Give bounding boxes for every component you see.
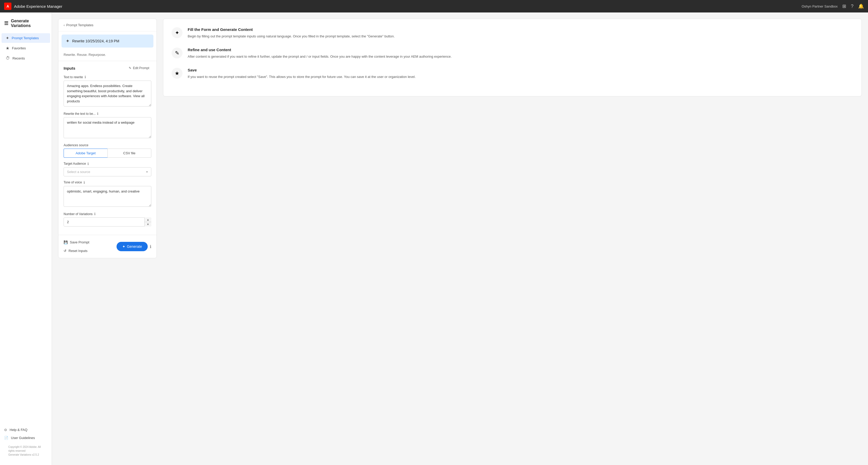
sidebar-item-favorites[interactable]: ★ Favorites xyxy=(2,43,50,53)
fill-form-icon: ✦ xyxy=(172,27,183,38)
content-area: ‹ Prompt Templates ✦ Rewrite 10/25/2024,… xyxy=(52,12,868,465)
generate-button[interactable]: ✦ Generate xyxy=(117,242,148,251)
top-nav-left: A Adobe Experience Manager xyxy=(4,3,62,10)
reset-icon: ↺ xyxy=(64,249,66,253)
tone-of-voice-label: Tone of voice ℹ xyxy=(64,180,151,184)
target-audience-placeholder: Select a source xyxy=(67,170,90,174)
prompt-header: ✦ Rewrite 10/25/2024, 4:19 PM xyxy=(62,34,153,48)
inputs-section: Inputs ✎ Edit Prompt Text to rewrite ℹ A… xyxy=(58,61,157,235)
top-nav-right: Oshyn Partner Sandbox ⊞ ? 🔔 xyxy=(802,3,864,9)
number-of-variations-label: Number of Variations ℹ xyxy=(64,212,151,216)
right-panel: ✦ Fill the Form and Generate Content Beg… xyxy=(163,19,862,96)
spinner-up-button[interactable]: ▲ xyxy=(145,217,151,222)
reset-inputs-label: Reset Inputs xyxy=(68,249,88,253)
adobe-target-button[interactable]: Adobe Target xyxy=(64,149,107,158)
number-spinners: ▲ ▼ xyxy=(144,217,151,227)
sidebar: ☰ Generate Variations ✦ Prompt Templates… xyxy=(0,12,52,465)
info-card-fill-form: ✦ Fill the Form and Generate Content Beg… xyxy=(172,27,853,39)
number-of-variations-info-icon[interactable]: ℹ xyxy=(94,212,95,216)
text-to-rewrite-textarea[interactable]: Amazing apps. Endless possibilities. Cre… xyxy=(64,81,151,107)
target-audience-label: Target Audience ℹ xyxy=(64,162,151,166)
back-nav-label: Prompt Templates xyxy=(66,23,93,27)
sidebar-item-help-faq[interactable]: ⊙ Help & FAQ xyxy=(4,426,48,434)
audiences-source-field: Audiences source Adobe Target CSV file xyxy=(64,143,151,158)
save-icon: 💾 xyxy=(64,240,68,244)
refine-title: Refine and use Content xyxy=(188,48,452,52)
sidebar-item-user-guidelines[interactable]: 📄 User Guidelines xyxy=(4,434,48,442)
copyright-text: Copyright © 2024 Adobe. All rights reser… xyxy=(4,442,48,457)
sidebar-item-recents[interactable]: ⏱ Recents xyxy=(2,54,50,63)
rewrite-text-label: Rewrite the text to be... ℹ xyxy=(64,112,151,116)
csv-file-button[interactable]: CSV file xyxy=(107,149,152,158)
save-prompt-button[interactable]: 💾 Save Prompt xyxy=(64,239,89,245)
save-desc: If you want to reuse the prompt created … xyxy=(188,74,415,80)
grid-icon[interactable]: ⊞ xyxy=(842,3,846,9)
fill-form-content: Fill the Form and Generate Content Begin… xyxy=(188,27,395,39)
sidebar-label-recents: Recents xyxy=(12,56,25,60)
number-of-variations-input[interactable] xyxy=(64,217,151,227)
sidebar-bottom: ⊙ Help & FAQ 📄 User Guidelines Copyright… xyxy=(0,422,52,461)
spinner-down-button[interactable]: ▼ xyxy=(145,222,151,227)
sidebar-nav: ✦ Prompt Templates ★ Favorites ⏱ Recents xyxy=(0,33,52,422)
back-nav[interactable]: ‹ Prompt Templates xyxy=(58,19,157,31)
inputs-title: Inputs xyxy=(64,66,75,70)
adobe-logo: A xyxy=(4,3,11,10)
footer-left-actions: 💾 Save Prompt ↺ Reset Inputs xyxy=(64,239,89,254)
help-circle-icon: ⊙ xyxy=(4,428,7,432)
sidebar-label-favorites: Favorites xyxy=(12,46,26,50)
rewrite-text-field: Rewrite the text to be... ℹ written for … xyxy=(64,112,151,139)
audiences-source-label: Audiences source xyxy=(64,143,151,147)
text-to-rewrite-info-icon[interactable]: ℹ xyxy=(85,75,86,79)
refine-content: Refine and use Content After content is … xyxy=(188,48,452,59)
inputs-header: Inputs ✎ Edit Prompt xyxy=(64,65,151,71)
target-audience-info-icon[interactable]: ℹ xyxy=(88,162,89,166)
bell-icon[interactable]: 🔔 xyxy=(858,3,864,9)
sidebar-header: ☰ Generate Variations xyxy=(0,17,52,33)
user-guidelines-label: User Guidelines xyxy=(11,436,35,440)
sidebar-label-prompt-templates: Prompt Templates xyxy=(12,36,39,40)
prompt-subtitle: Rewrite. Reuse. Repurpose. xyxy=(58,51,157,61)
panel-footer: 💾 Save Prompt ↺ Reset Inputs ✦ Generate … xyxy=(58,235,157,258)
edit-prompt-button[interactable]: ✎ Edit Prompt xyxy=(127,65,151,71)
number-of-variations-field: Number of Variations ℹ ▲ ▼ xyxy=(64,212,151,227)
clock-icon: ⏱ xyxy=(6,56,10,61)
save-title: Save xyxy=(188,68,415,72)
sidebar-item-prompt-templates[interactable]: ✦ Prompt Templates xyxy=(2,33,50,43)
save-prompt-label: Save Prompt xyxy=(70,240,89,244)
edit-icon: ✎ xyxy=(129,66,131,70)
user-name: Oshyn Partner Sandbox xyxy=(802,4,838,8)
tone-of-voice-info-icon[interactable]: ℹ xyxy=(84,180,85,184)
refine-icon: ✎ xyxy=(172,48,183,58)
main-layout: ☰ Generate Variations ✦ Prompt Templates… xyxy=(0,12,868,465)
fill-form-title: Fill the Form and Generate Content xyxy=(188,27,395,32)
document-icon: 📄 xyxy=(4,436,8,440)
chevron-left-icon: ‹ xyxy=(64,23,65,27)
info-card-refine: ✎ Refine and use Content After content i… xyxy=(172,48,853,59)
info-card-save: ★ Save If you want to reuse the prompt c… xyxy=(172,68,853,80)
app-title: Adobe Experience Manager xyxy=(14,4,62,8)
prompt-title: Rewrite 10/25/2024, 4:19 PM xyxy=(72,39,119,43)
target-audience-field: Target Audience ℹ Select a source ▾ xyxy=(64,162,151,176)
top-navigation: A Adobe Experience Manager Oshyn Partner… xyxy=(0,0,868,12)
rewrite-text-textarea[interactable]: written for social media instead of a we… xyxy=(64,117,151,138)
generate-sparkle-icon: ✦ xyxy=(122,244,125,249)
fill-form-desc: Begin by filling out the prompt template… xyxy=(188,34,395,39)
save-star-icon: ★ xyxy=(172,68,183,79)
menu-icon[interactable]: ☰ xyxy=(4,21,8,26)
star-icon: ★ xyxy=(6,46,9,51)
target-audience-select[interactable]: Select a source ▾ xyxy=(64,167,151,176)
number-input-wrapper: ▲ ▼ xyxy=(64,217,151,227)
help-icon[interactable]: ? xyxy=(851,4,854,9)
help-faq-label: Help & FAQ xyxy=(10,428,28,432)
reset-inputs-button[interactable]: ↺ Reset Inputs xyxy=(64,248,89,254)
refine-desc: After content is generated if you want t… xyxy=(188,54,452,59)
edit-prompt-label: Edit Prompt xyxy=(133,66,149,70)
chevron-down-icon: ▾ xyxy=(146,170,148,174)
text-to-rewrite-field: Text to rewrite ℹ Amazing apps. Endless … xyxy=(64,75,151,108)
generate-info-icon[interactable]: ℹ xyxy=(150,244,151,249)
tone-of-voice-textarea[interactable]: optimistic, smart, engaging, human, and … xyxy=(64,186,151,207)
generate-label: Generate xyxy=(127,244,142,249)
save-content: Save If you want to reuse the prompt cre… xyxy=(188,68,415,80)
text-to-rewrite-label: Text to rewrite ℹ xyxy=(64,75,151,79)
rewrite-text-info-icon[interactable]: ℹ xyxy=(97,112,98,116)
